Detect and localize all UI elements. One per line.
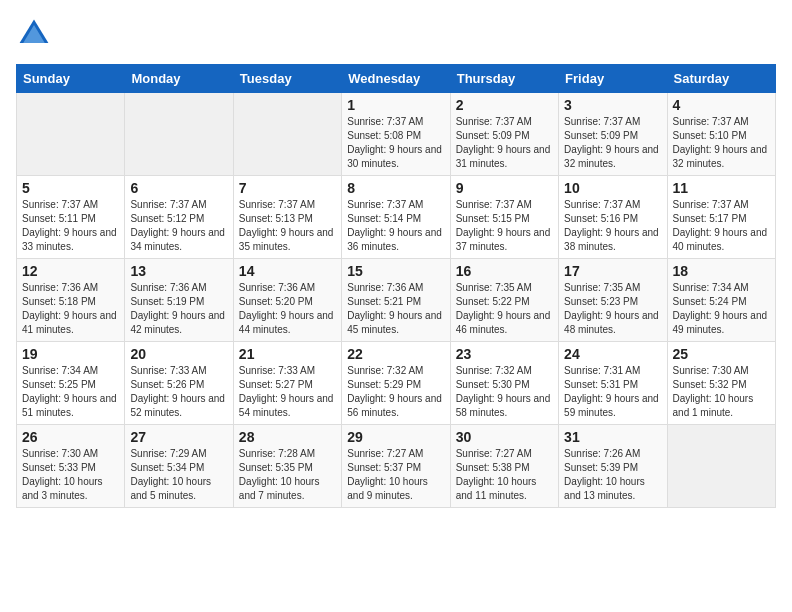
calendar-cell: 24Sunrise: 7:31 AM Sunset: 5:31 PM Dayli… xyxy=(559,342,667,425)
day-info: Sunrise: 7:27 AM Sunset: 5:38 PM Dayligh… xyxy=(456,447,553,503)
calendar-cell: 3Sunrise: 7:37 AM Sunset: 5:09 PM Daylig… xyxy=(559,93,667,176)
calendar-cell: 6Sunrise: 7:37 AM Sunset: 5:12 PM Daylig… xyxy=(125,176,233,259)
calendar-cell: 14Sunrise: 7:36 AM Sunset: 5:20 PM Dayli… xyxy=(233,259,341,342)
day-number: 9 xyxy=(456,180,553,196)
day-number: 20 xyxy=(130,346,227,362)
day-info: Sunrise: 7:29 AM Sunset: 5:34 PM Dayligh… xyxy=(130,447,227,503)
calendar-cell: 30Sunrise: 7:27 AM Sunset: 5:38 PM Dayli… xyxy=(450,425,558,508)
day-info: Sunrise: 7:34 AM Sunset: 5:25 PM Dayligh… xyxy=(22,364,119,420)
day-number: 16 xyxy=(456,263,553,279)
day-number: 6 xyxy=(130,180,227,196)
calendar-cell xyxy=(667,425,775,508)
calendar-cell: 19Sunrise: 7:34 AM Sunset: 5:25 PM Dayli… xyxy=(17,342,125,425)
calendar-cell: 18Sunrise: 7:34 AM Sunset: 5:24 PM Dayli… xyxy=(667,259,775,342)
day-info: Sunrise: 7:37 AM Sunset: 5:10 PM Dayligh… xyxy=(673,115,770,171)
day-number: 1 xyxy=(347,97,444,113)
calendar-cell: 29Sunrise: 7:27 AM Sunset: 5:37 PM Dayli… xyxy=(342,425,450,508)
day-info: Sunrise: 7:31 AM Sunset: 5:31 PM Dayligh… xyxy=(564,364,661,420)
calendar-cell: 1Sunrise: 7:37 AM Sunset: 5:08 PM Daylig… xyxy=(342,93,450,176)
weekday-header: Friday xyxy=(559,65,667,93)
day-number: 22 xyxy=(347,346,444,362)
day-info: Sunrise: 7:37 AM Sunset: 5:09 PM Dayligh… xyxy=(564,115,661,171)
day-number: 17 xyxy=(564,263,661,279)
day-number: 14 xyxy=(239,263,336,279)
day-number: 13 xyxy=(130,263,227,279)
day-info: Sunrise: 7:32 AM Sunset: 5:29 PM Dayligh… xyxy=(347,364,444,420)
calendar-cell: 12Sunrise: 7:36 AM Sunset: 5:18 PM Dayli… xyxy=(17,259,125,342)
day-info: Sunrise: 7:32 AM Sunset: 5:30 PM Dayligh… xyxy=(456,364,553,420)
day-info: Sunrise: 7:37 AM Sunset: 5:13 PM Dayligh… xyxy=(239,198,336,254)
calendar-cell: 27Sunrise: 7:29 AM Sunset: 5:34 PM Dayli… xyxy=(125,425,233,508)
day-number: 25 xyxy=(673,346,770,362)
calendar-week-row: 5Sunrise: 7:37 AM Sunset: 5:11 PM Daylig… xyxy=(17,176,776,259)
day-number: 8 xyxy=(347,180,444,196)
day-info: Sunrise: 7:37 AM Sunset: 5:15 PM Dayligh… xyxy=(456,198,553,254)
calendar-cell: 28Sunrise: 7:28 AM Sunset: 5:35 PM Dayli… xyxy=(233,425,341,508)
calendar-cell xyxy=(125,93,233,176)
weekday-header: Tuesday xyxy=(233,65,341,93)
day-info: Sunrise: 7:34 AM Sunset: 5:24 PM Dayligh… xyxy=(673,281,770,337)
calendar-cell: 25Sunrise: 7:30 AM Sunset: 5:32 PM Dayli… xyxy=(667,342,775,425)
weekday-row: SundayMondayTuesdayWednesdayThursdayFrid… xyxy=(17,65,776,93)
calendar-cell: 5Sunrise: 7:37 AM Sunset: 5:11 PM Daylig… xyxy=(17,176,125,259)
calendar-week-row: 26Sunrise: 7:30 AM Sunset: 5:33 PM Dayli… xyxy=(17,425,776,508)
day-number: 31 xyxy=(564,429,661,445)
calendar-week-row: 1Sunrise: 7:37 AM Sunset: 5:08 PM Daylig… xyxy=(17,93,776,176)
calendar-cell: 17Sunrise: 7:35 AM Sunset: 5:23 PM Dayli… xyxy=(559,259,667,342)
calendar-header: SundayMondayTuesdayWednesdayThursdayFrid… xyxy=(17,65,776,93)
day-number: 24 xyxy=(564,346,661,362)
weekday-header: Monday xyxy=(125,65,233,93)
weekday-header: Thursday xyxy=(450,65,558,93)
day-number: 30 xyxy=(456,429,553,445)
day-info: Sunrise: 7:35 AM Sunset: 5:22 PM Dayligh… xyxy=(456,281,553,337)
day-number: 7 xyxy=(239,180,336,196)
calendar-cell: 7Sunrise: 7:37 AM Sunset: 5:13 PM Daylig… xyxy=(233,176,341,259)
day-info: Sunrise: 7:37 AM Sunset: 5:16 PM Dayligh… xyxy=(564,198,661,254)
calendar-cell: 23Sunrise: 7:32 AM Sunset: 5:30 PM Dayli… xyxy=(450,342,558,425)
calendar-cell: 2Sunrise: 7:37 AM Sunset: 5:09 PM Daylig… xyxy=(450,93,558,176)
day-number: 3 xyxy=(564,97,661,113)
day-info: Sunrise: 7:26 AM Sunset: 5:39 PM Dayligh… xyxy=(564,447,661,503)
day-info: Sunrise: 7:28 AM Sunset: 5:35 PM Dayligh… xyxy=(239,447,336,503)
day-number: 23 xyxy=(456,346,553,362)
day-number: 19 xyxy=(22,346,119,362)
calendar-cell xyxy=(17,93,125,176)
day-info: Sunrise: 7:35 AM Sunset: 5:23 PM Dayligh… xyxy=(564,281,661,337)
day-number: 18 xyxy=(673,263,770,279)
calendar-cell: 4Sunrise: 7:37 AM Sunset: 5:10 PM Daylig… xyxy=(667,93,775,176)
day-number: 12 xyxy=(22,263,119,279)
day-info: Sunrise: 7:30 AM Sunset: 5:33 PM Dayligh… xyxy=(22,447,119,503)
day-number: 27 xyxy=(130,429,227,445)
calendar: SundayMondayTuesdayWednesdayThursdayFrid… xyxy=(16,64,776,508)
calendar-cell: 15Sunrise: 7:36 AM Sunset: 5:21 PM Dayli… xyxy=(342,259,450,342)
calendar-cell: 8Sunrise: 7:37 AM Sunset: 5:14 PM Daylig… xyxy=(342,176,450,259)
day-info: Sunrise: 7:37 AM Sunset: 5:08 PM Dayligh… xyxy=(347,115,444,171)
day-number: 11 xyxy=(673,180,770,196)
calendar-cell: 13Sunrise: 7:36 AM Sunset: 5:19 PM Dayli… xyxy=(125,259,233,342)
logo xyxy=(16,16,56,52)
day-number: 4 xyxy=(673,97,770,113)
calendar-cell: 22Sunrise: 7:32 AM Sunset: 5:29 PM Dayli… xyxy=(342,342,450,425)
calendar-cell xyxy=(233,93,341,176)
day-info: Sunrise: 7:37 AM Sunset: 5:11 PM Dayligh… xyxy=(22,198,119,254)
calendar-cell: 16Sunrise: 7:35 AM Sunset: 5:22 PM Dayli… xyxy=(450,259,558,342)
calendar-cell: 10Sunrise: 7:37 AM Sunset: 5:16 PM Dayli… xyxy=(559,176,667,259)
day-number: 28 xyxy=(239,429,336,445)
day-number: 21 xyxy=(239,346,336,362)
calendar-body: 1Sunrise: 7:37 AM Sunset: 5:08 PM Daylig… xyxy=(17,93,776,508)
day-number: 2 xyxy=(456,97,553,113)
day-number: 26 xyxy=(22,429,119,445)
calendar-cell: 11Sunrise: 7:37 AM Sunset: 5:17 PM Dayli… xyxy=(667,176,775,259)
day-info: Sunrise: 7:36 AM Sunset: 5:19 PM Dayligh… xyxy=(130,281,227,337)
day-info: Sunrise: 7:37 AM Sunset: 5:09 PM Dayligh… xyxy=(456,115,553,171)
calendar-cell: 21Sunrise: 7:33 AM Sunset: 5:27 PM Dayli… xyxy=(233,342,341,425)
day-info: Sunrise: 7:37 AM Sunset: 5:12 PM Dayligh… xyxy=(130,198,227,254)
calendar-cell: 26Sunrise: 7:30 AM Sunset: 5:33 PM Dayli… xyxy=(17,425,125,508)
weekday-header: Saturday xyxy=(667,65,775,93)
page-header xyxy=(16,16,776,52)
day-number: 29 xyxy=(347,429,444,445)
weekday-header: Sunday xyxy=(17,65,125,93)
calendar-cell: 20Sunrise: 7:33 AM Sunset: 5:26 PM Dayli… xyxy=(125,342,233,425)
logo-icon xyxy=(16,16,52,52)
day-number: 5 xyxy=(22,180,119,196)
